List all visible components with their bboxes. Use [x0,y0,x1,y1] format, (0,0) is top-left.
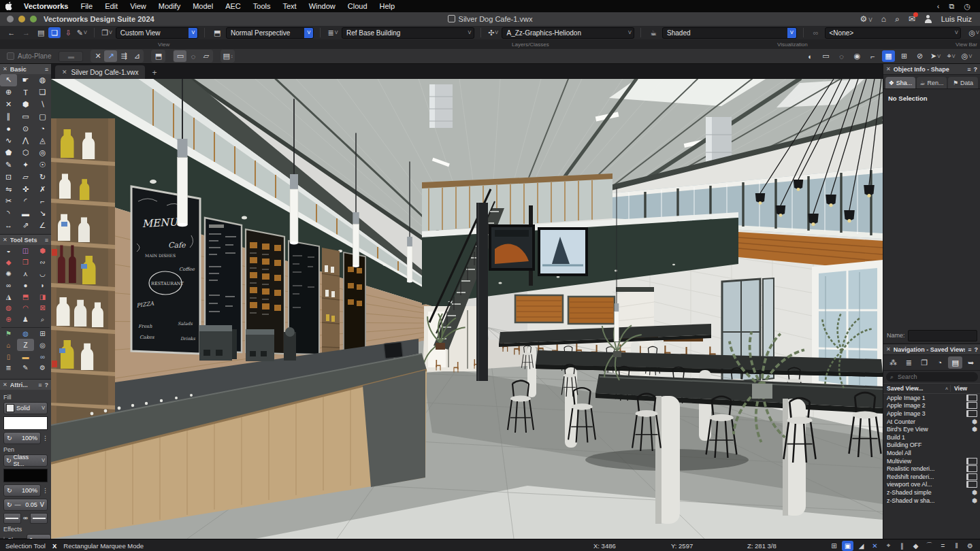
menubar-chevron-icon[interactable]: ‹ [937,2,940,10]
menu-edit[interactable]: Edit [99,2,124,10]
angular-dimension-tool[interactable]: ∠ [34,220,51,232]
camera-toolset[interactable]: ◎ [34,339,51,351]
screen-mirroring-icon[interactable]: ⧉ [949,2,955,11]
planar-move-mode[interactable]: ↗ [104,50,117,62]
projection-select[interactable]: Normal Perspectiveᐯ [226,27,314,39]
saved-view-row[interactable]: At Counter⬢ [883,418,980,426]
multiple-view-panes-icon[interactable]: ▦ [882,50,895,62]
settings-gear-icon[interactable]: ⚙ᐯ [860,14,872,24]
menu-model[interactable]: Model [186,2,219,10]
corner-ruler-icon[interactable]: ⌐ [866,50,879,62]
tab-ren[interactable]: ☕Ren... [917,77,947,88]
saved-view-row[interactable]: viewport ove Al... [883,481,980,489]
auto-plane-dropdown[interactable]: ▬ [59,51,83,62]
sweep-tool[interactable]: ◠ [17,302,34,314]
search-input[interactable] [896,373,974,381]
close-tab-icon[interactable]: ✕ [62,69,67,76]
annotation-toolset[interactable]: ✎ [17,362,34,374]
freehand-tool[interactable]: ∿ [0,135,17,147]
disable-snapping-mode[interactable]: ✕ [91,50,104,62]
document-tab[interactable]: ✕ Silver Dog Cafe-1.vwx [55,65,145,79]
close-icon[interactable]: ✕ [886,66,891,72]
saved-view-row[interactable]: Bird's Eye View⬢ [883,425,980,433]
menu-tools[interactable]: Tools [247,2,277,10]
line-end-marker-select[interactable] [30,513,48,524]
saved-views-tab[interactable]: ▤ [948,356,962,369]
apple-menu-icon[interactable] [0,1,18,12]
marquee-settings-icon[interactable]: ◌ [835,50,848,62]
saved-view-row[interactable]: z-Shaded simple⬢ [883,488,980,497]
resize-tool[interactable]: ↘ [34,207,51,220]
machine-design-toolset[interactable]: ⚙ [34,362,51,374]
saved-view-row[interactable]: Apple Image 1 [883,394,980,402]
graphics-performance-icon[interactable]: ⌖ᐯ [945,50,958,62]
visibility-tool[interactable]: ☉ [34,159,51,171]
user-name[interactable]: Luis Ruiz [941,15,972,23]
chamfer-tool[interactable]: ⌐ [34,195,51,207]
clip-cube-tool[interactable]: ⊡ [0,171,17,183]
structural-toolset[interactable]: ≣ [0,362,17,374]
offset-tool[interactable]: ◝ [0,207,17,220]
gear-tool[interactable]: ✺ [0,268,17,280]
menu-vectorworks[interactable]: Vectorworks [18,2,74,10]
rotate-tool[interactable]: ↻ [34,171,51,183]
arc-tool[interactable]: ◔ [34,122,51,135]
saved-view-icon[interactable]: ❐ᐯ [101,27,113,38]
landmark-toolset[interactable]: ⚑ [0,328,17,340]
pen-style-select[interactable]: ↻ Class St...ᐯ [3,454,48,467]
selection-tool[interactable]: ↖ [0,74,17,86]
inspect-solid-tool[interactable]: ⌕ [34,314,51,326]
help-icon[interactable]: ? [45,382,49,388]
camera-match-icon[interactable]: ∞ [810,27,822,38]
spiral-tool[interactable]: ◎ [34,147,51,159]
polygon-marquee-mode[interactable]: ▱ [199,50,212,62]
close-icon[interactable]: ✕ [3,382,7,388]
surface-tool[interactable]: ◡ [34,268,51,280]
rectangular-marquee-mode[interactable]: ▭ [174,50,186,62]
saved-view-row[interactable]: Apple Image 3 [883,410,980,418]
line-start-marker-select[interactable] [3,513,21,524]
menu-text[interactable]: Text [276,2,302,10]
trim-tool[interactable]: ✕ [0,99,17,111]
line-tool[interactable]: ∖ [34,99,51,111]
column-saved-view[interactable]: Saved View... [887,385,943,392]
visualization-toolset[interactable]: Z [17,339,34,351]
circle-tool[interactable]: ● [0,122,17,135]
import-view-icon[interactable]: ⇩ [62,27,74,38]
solid-face-tool[interactable]: ◨ [34,290,51,303]
saved-view-row[interactable]: Apple Image 2 [883,402,980,410]
eyedropper-tool[interactable]: ✎ [0,159,17,171]
fill-opacity-button[interactable]: ↻ 100% [3,432,41,444]
zoom-window-button[interactable] [30,16,37,22]
snap-angle-icon[interactable]: ◢ [855,541,867,551]
help-icon[interactable]: ? [974,66,978,73]
undo-view-icon[interactable]: ▤ [35,27,47,38]
user-avatar-icon[interactable] [924,15,932,23]
oval-tool[interactable]: ⊙ [17,122,34,135]
linear-dimension-tool[interactable]: ↔ [0,220,17,232]
sphere-tool[interactable]: ● [17,279,34,291]
lighting-options-icon[interactable]: ◎ᐯ [968,27,980,38]
pen-color-swatch[interactable] [3,469,48,482]
mirror-tool[interactable]: ⇋ [0,183,17,195]
helix-spiral-tool[interactable]: ∾ [34,256,51,269]
fill-opacity-menu-icon[interactable]: ⋮ [42,435,48,441]
help-icon[interactable]: ? [975,346,979,353]
rectangle-tool[interactable]: ▭ [17,110,34,122]
pen-opacity-button[interactable]: ↻ 100% [3,484,41,497]
camera-eye-icon[interactable]: ◉ [851,50,864,62]
new-tab-button[interactable]: + [152,68,157,79]
snap-tangent-icon[interactable]: ⌒ [924,541,935,551]
space-planning-toolset[interactable]: ⊞ [34,328,51,340]
link-markers-icon[interactable]: ⚮ [22,515,29,522]
split-tool[interactable]: ✂ [0,195,17,207]
spline-tool[interactable]: ◬ [34,135,51,147]
mesh-sphere-tool[interactable]: ⊕ [0,314,17,326]
tab-sha[interactable]: ❖Sha... [885,77,915,88]
snapping-settings-icon[interactable]: ⚙ [964,541,976,551]
menu-view[interactable]: View [124,2,152,10]
name-input[interactable] [908,330,977,341]
line-weight-select[interactable]: ↻— 0.05ᐯ [3,499,48,511]
organization-tab[interactable]: ⁂ [886,356,900,369]
saved-views-card-icon[interactable]: ❏ [48,27,61,38]
